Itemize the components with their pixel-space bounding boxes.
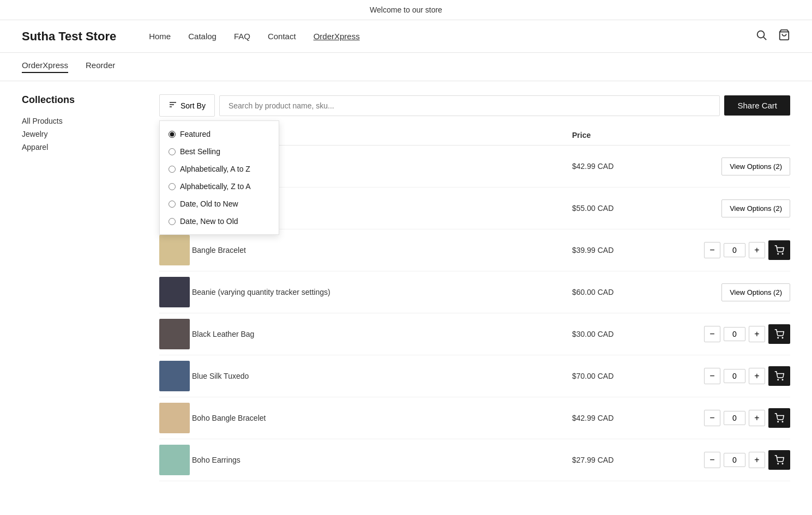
table-row: Beanie (varying quantity tracker setting… bbox=[159, 271, 790, 313]
header-icons bbox=[755, 29, 790, 44]
sort-radio-featured[interactable] bbox=[169, 131, 176, 138]
table-row: Black Leather Bag$30.00 CAD−+ bbox=[159, 313, 790, 355]
product-action: −+ bbox=[670, 324, 790, 344]
product-name: Blue Silk Tuxedo bbox=[192, 372, 572, 380]
quantity-increase-button[interactable]: + bbox=[749, 368, 765, 384]
sidebar-item-apparel[interactable]: Apparel bbox=[22, 141, 142, 154]
content-area: Sort By Featured Best Selling Alphabetic… bbox=[159, 94, 790, 481]
svg-point-13 bbox=[782, 421, 783, 422]
sort-option-label-alpha-za: Alphabetically, Z to A bbox=[180, 182, 251, 191]
add-to-cart-button[interactable] bbox=[768, 408, 790, 428]
table-row: Boho Bangle Bracelet$42.99 CAD−+ bbox=[159, 397, 790, 439]
sort-option-label-date-old: Date, Old to New bbox=[180, 199, 238, 208]
sort-option-alpha-za[interactable]: Alphabetically, Z to A bbox=[160, 178, 279, 195]
quantity-input[interactable] bbox=[724, 453, 745, 467]
nav-faq[interactable]: FAQ bbox=[234, 32, 250, 41]
product-name: Boho Earrings bbox=[192, 456, 572, 464]
col-price: Price bbox=[572, 131, 670, 140]
sort-option-date-old[interactable]: Date, Old to New bbox=[160, 195, 279, 213]
sort-radio-date-new[interactable] bbox=[169, 218, 176, 225]
view-options-button[interactable]: View Options (2) bbox=[721, 283, 790, 301]
sort-option-label-featured: Featured bbox=[180, 130, 210, 138]
quantity-wrapper: −+ bbox=[704, 240, 790, 260]
quantity-input[interactable] bbox=[724, 327, 745, 341]
quantity-wrapper: −+ bbox=[704, 366, 790, 386]
svg-point-8 bbox=[778, 337, 779, 338]
quantity-input[interactable] bbox=[724, 369, 745, 383]
quantity-decrease-button[interactable]: − bbox=[704, 368, 720, 384]
quantity-increase-button[interactable]: + bbox=[749, 326, 765, 342]
sort-option-best-selling[interactable]: Best Selling bbox=[160, 143, 279, 160]
col-action bbox=[670, 131, 790, 140]
sort-option-alpha-az[interactable]: Alphabetically, A to Z bbox=[160, 160, 279, 178]
sidebar-item-jewelry[interactable]: Jewelry bbox=[22, 128, 142, 141]
sort-radio-date-old[interactable] bbox=[169, 201, 176, 208]
add-to-cart-button[interactable] bbox=[768, 450, 790, 470]
product-image bbox=[159, 235, 190, 265]
product-price: $55.00 CAD bbox=[572, 204, 670, 213]
quantity-input[interactable] bbox=[724, 243, 745, 257]
product-image bbox=[159, 361, 190, 391]
sort-icon bbox=[169, 100, 177, 111]
add-to-cart-button[interactable] bbox=[768, 324, 790, 344]
product-name: Beanie (varying quantity tracker setting… bbox=[192, 288, 572, 296]
product-name: Black Leather Bag bbox=[192, 330, 572, 338]
product-action: View Options (2) bbox=[670, 157, 790, 175]
cart-icon[interactable] bbox=[778, 29, 790, 44]
sidebar-item-all-products[interactable]: All Products bbox=[22, 114, 142, 128]
nav-contact[interactable]: Contact bbox=[268, 32, 296, 41]
view-options-button[interactable]: View Options (2) bbox=[721, 157, 790, 175]
add-to-cart-button[interactable] bbox=[768, 366, 790, 386]
share-cart-button[interactable]: Share Cart bbox=[724, 95, 790, 116]
search-input[interactable] bbox=[219, 95, 720, 116]
sub-nav-reorder[interactable]: Reorder bbox=[86, 60, 115, 73]
quantity-decrease-button[interactable]: − bbox=[704, 326, 720, 342]
product-name: Boho Bangle Bracelet bbox=[192, 414, 572, 422]
sub-nav-orderxpress[interactable]: OrderXpress bbox=[22, 60, 68, 73]
product-image bbox=[159, 445, 190, 475]
product-price: $39.99 CAD bbox=[572, 246, 670, 255]
quantity-wrapper: −+ bbox=[704, 450, 790, 470]
table-row: Boho Earrings$27.99 CAD−+ bbox=[159, 439, 790, 481]
nav-orderxpress[interactable]: OrderXpress bbox=[314, 32, 360, 41]
sidebar-title: Collections bbox=[22, 94, 142, 106]
share-cart-label: Share Cart bbox=[737, 101, 777, 110]
product-image bbox=[159, 403, 190, 433]
nav-catalog[interactable]: Catalog bbox=[188, 32, 216, 41]
product-action: View Options (2) bbox=[670, 199, 790, 217]
sort-radio-alpha-az[interactable] bbox=[169, 166, 176, 173]
product-action: −+ bbox=[670, 408, 790, 428]
add-to-cart-button[interactable] bbox=[768, 240, 790, 260]
search-icon[interactable] bbox=[755, 29, 767, 44]
quantity-decrease-button[interactable]: − bbox=[704, 242, 720, 258]
svg-point-9 bbox=[782, 337, 783, 338]
sort-radio-best-selling[interactable] bbox=[169, 148, 176, 155]
quantity-increase-button[interactable]: + bbox=[749, 452, 765, 468]
sort-radio-alpha-za[interactable] bbox=[169, 183, 176, 190]
nav-home[interactable]: Home bbox=[149, 32, 171, 41]
banner-text: Welcome to our store bbox=[370, 5, 442, 14]
product-price: $70.00 CAD bbox=[572, 372, 670, 380]
sort-dropdown: Featured Best Selling Alphabetically, A … bbox=[159, 120, 279, 235]
quantity-wrapper: −+ bbox=[704, 324, 790, 344]
sort-option-featured[interactable]: Featured bbox=[160, 125, 279, 143]
toolbar: Sort By Featured Best Selling Alphabetic… bbox=[159, 94, 790, 117]
quantity-decrease-button[interactable]: − bbox=[704, 452, 720, 468]
top-banner: Welcome to our store bbox=[0, 0, 812, 20]
quantity-input[interactable] bbox=[724, 411, 745, 425]
product-price: $42.99 CAD bbox=[572, 414, 670, 422]
product-action: View Options (2) bbox=[670, 283, 790, 301]
product-name: Bangle Bracelet bbox=[192, 246, 572, 255]
quantity-decrease-button[interactable]: − bbox=[704, 410, 720, 426]
sort-by-button[interactable]: Sort By bbox=[159, 94, 215, 117]
sort-option-date-new[interactable]: Date, New to Old bbox=[160, 213, 279, 230]
view-options-button[interactable]: View Options (2) bbox=[721, 199, 790, 217]
quantity-increase-button[interactable]: + bbox=[749, 410, 765, 426]
sidebar: Collections All Products Jewelry Apparel bbox=[22, 94, 142, 481]
quantity-increase-button[interactable]: + bbox=[749, 242, 765, 258]
product-action: −+ bbox=[670, 450, 790, 470]
sort-option-label-date-new: Date, New to Old bbox=[180, 217, 238, 226]
svg-point-15 bbox=[782, 463, 783, 464]
svg-point-0 bbox=[757, 31, 765, 38]
sub-nav: OrderXpress Reorder bbox=[0, 53, 812, 81]
